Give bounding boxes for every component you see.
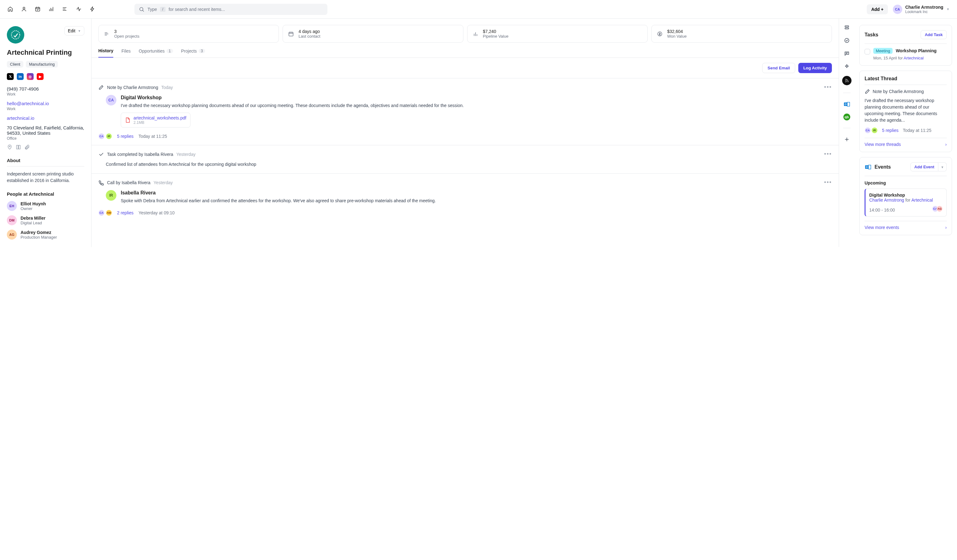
log-activity-button[interactable]: Log Activity <box>798 63 832 73</box>
event-time: 14:00 - 16:00 <box>869 208 895 213</box>
chevron-right-icon: › <box>945 142 947 147</box>
replies-link[interactable]: 5 replies <box>117 134 134 139</box>
plus-icon[interactable] <box>843 136 851 143</box>
tab-count: 3 <box>199 49 205 53</box>
view-more-threads[interactable]: View more threads › <box>865 138 947 147</box>
send-email-button[interactable]: Send Email <box>762 63 795 73</box>
rss-icon[interactable] <box>842 76 851 85</box>
book-icon[interactable] <box>16 144 21 151</box>
activity-task: Task completed by Isabella Rivera Yester… <box>92 145 839 174</box>
call-title: Isabella Rivera <box>121 190 832 196</box>
add-event-button[interactable]: Add Event <box>910 162 938 172</box>
person-row[interactable]: EH Elliot Huynh Owner <box>7 201 84 211</box>
sparkle-icon[interactable] <box>843 63 851 70</box>
add-button[interactable]: Add + <box>867 4 888 14</box>
event-entity-link[interactable]: Artechnical <box>911 197 933 202</box>
check-circle-icon[interactable] <box>843 37 851 44</box>
check-icon <box>98 151 104 157</box>
attachment-icon[interactable] <box>24 144 30 151</box>
home-icon[interactable] <box>8 6 14 13</box>
task-entity-link[interactable]: Artechnical <box>904 56 924 60</box>
reply-time: Yesterday at 09:10 <box>139 210 175 215</box>
search-icon <box>139 6 144 12</box>
event-card[interactable]: Digital Workshop Charlie Armstrong for A… <box>865 189 947 216</box>
more-menu-icon[interactable]: ••• <box>824 151 832 158</box>
stat-value: 3 <box>114 29 139 34</box>
phone-value[interactable]: (949) 707-4906 <box>7 86 84 91</box>
website-link[interactable]: artechnical.io <box>7 115 34 121</box>
person-icon[interactable] <box>21 6 27 13</box>
tag-manufacturing[interactable]: Manufacturing <box>26 61 58 68</box>
main-content: 3Open projects 4 days agoLast contact $7… <box>92 19 839 247</box>
more-menu-icon[interactable]: ••• <box>824 179 832 186</box>
events-title: Events <box>875 164 891 170</box>
file-attachment[interactable]: artechnical_worksheets.pdf 2.1MB <box>121 113 191 128</box>
email-link[interactable]: hello@artechnical.io <box>7 101 49 106</box>
event-avatar: AG <box>936 206 943 212</box>
person-row[interactable]: AG Audrey Gomez Production Manager <box>7 230 84 240</box>
tab-projects[interactable]: Projects 3 <box>181 48 205 58</box>
stat-open-projects[interactable]: 3Open projects <box>98 25 279 43</box>
event-person-link[interactable]: Charlie Armstrong <box>869 197 904 202</box>
edit-icon <box>865 89 870 94</box>
task-for-word: for <box>898 56 903 60</box>
add-task-button[interactable]: Add Task <box>921 30 947 39</box>
bar-chart-icon[interactable] <box>49 6 55 13</box>
thread-replies-link[interactable]: 5 replies <box>882 128 899 133</box>
person-row[interactable]: DM Debra Miller Digital Lead <box>7 215 84 225</box>
youtube-icon[interactable]: ▶ <box>37 73 44 80</box>
add-event-dropdown[interactable]: ▼ <box>938 162 947 172</box>
x-twitter-icon[interactable]: 𝕏 <box>7 73 14 80</box>
more-menu-icon[interactable]: ••• <box>824 84 832 90</box>
thread-avatar: IR <box>872 127 878 134</box>
task-title[interactable]: Workshop Planning <box>896 48 936 53</box>
tab-opportunities[interactable]: Opportunities 1 <box>139 48 173 58</box>
stat-pipeline-value[interactable]: $7,240Pipeline Value <box>467 25 647 43</box>
phone-icon <box>98 180 104 185</box>
view-more-events[interactable]: View more events › <box>865 221 947 230</box>
stat-value: $32,604 <box>667 29 687 34</box>
replies-link[interactable]: 2 replies <box>117 210 134 215</box>
edit-label: Edit <box>68 28 75 33</box>
stat-won-value[interactable]: $32,604Won Value <box>651 25 832 43</box>
search-input[interactable]: Type / for search and recent items... <box>134 4 327 15</box>
tag-client[interactable]: Client <box>7 61 23 68</box>
side-rail: O qb <box>839 19 854 247</box>
svg-point-3 <box>11 31 20 39</box>
svg-rect-5 <box>289 32 294 36</box>
person-role: Owner <box>21 206 46 211</box>
list-icon[interactable] <box>62 6 68 13</box>
message-icon[interactable] <box>843 50 851 57</box>
tab-history[interactable]: History <box>98 48 113 58</box>
svg-rect-7 <box>845 26 849 27</box>
pin-icon[interactable] <box>7 144 13 151</box>
stat-label: Open projects <box>114 34 139 39</box>
activity-call: Call by Isabella Rivera Yesterday ••• IR… <box>92 174 839 221</box>
search-type-label: Type <box>147 7 157 12</box>
stat-label: Last contact <box>298 34 320 39</box>
tab-files[interactable]: Files <box>122 48 131 58</box>
user-org: Lookmark Inc <box>905 9 943 14</box>
stat-value: $7,240 <box>483 29 509 34</box>
reply-avatar: IR <box>106 133 112 139</box>
activity-icon[interactable] <box>76 6 82 13</box>
author-avatar: IR <box>106 190 116 201</box>
layout-icon[interactable] <box>843 24 851 31</box>
linkedin-icon[interactable]: in <box>17 73 24 80</box>
outlook-icon[interactable]: O <box>843 101 851 108</box>
edit-button[interactable]: Edit ▼ <box>65 26 84 35</box>
view-more-label: View more threads <box>865 142 901 147</box>
author-avatar: CA <box>106 95 116 106</box>
task-date: Mon, 15 April <box>873 56 897 60</box>
task-checkbox[interactable] <box>865 49 870 54</box>
chevron-down-icon: ▼ <box>946 8 949 11</box>
edit-icon <box>98 85 104 90</box>
instagram-icon[interactable]: ◎ <box>27 73 34 80</box>
person-avatar: EH <box>7 201 17 211</box>
zap-icon[interactable] <box>90 6 96 13</box>
quickbooks-icon[interactable]: qb <box>843 114 850 120</box>
calendar-check-icon[interactable] <box>35 6 41 13</box>
user-menu[interactable]: CA Charlie Armstrong Lookmark Inc ▼ <box>893 5 949 14</box>
svg-rect-1 <box>35 7 40 11</box>
stat-last-contact[interactable]: 4 days agoLast contact <box>283 25 463 43</box>
